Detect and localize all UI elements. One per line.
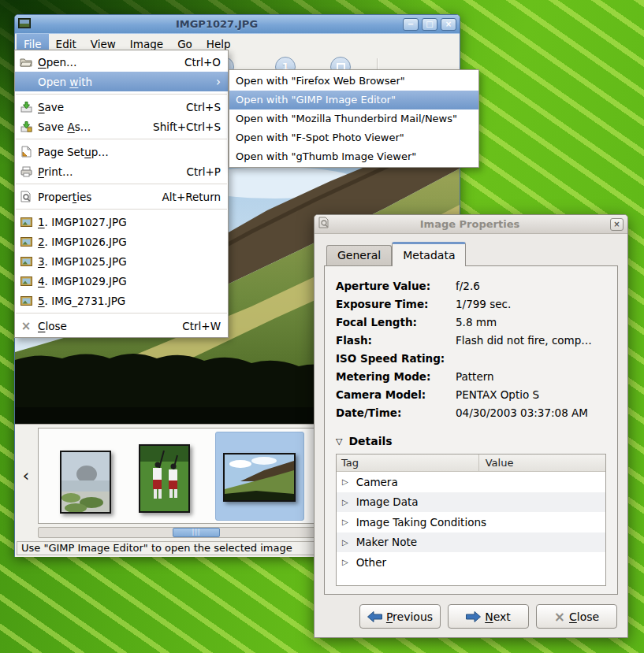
menu-separator <box>16 209 227 210</box>
menu-item-recent-1[interactable]: 1. IMGP1027.JPG <box>15 212 228 232</box>
save-icon <box>19 101 33 113</box>
thumbnail-crags-selected[interactable] <box>223 453 296 502</box>
meta-label: Metering Mode: <box>336 368 456 386</box>
page-setup-icon <box>19 146 33 158</box>
tree-row-other[interactable]: ▷Other <box>337 552 605 573</box>
save-as-icon <box>19 121 33 133</box>
menu-item-save[interactable]: Save Ctrl+S <box>15 97 228 117</box>
expander-open-icon: ▽ <box>336 436 342 447</box>
tab-bar: General Metadata <box>326 242 618 265</box>
thumbnail-bagpipers[interactable] <box>139 444 190 513</box>
menu-item-page-setup[interactable]: Page Setup… <box>15 142 228 161</box>
maximize-button[interactable]: □ <box>422 18 437 31</box>
meta-label: Aperture Value: <box>336 277 456 295</box>
menu-item-open-with[interactable]: Open with › <box>15 72 228 91</box>
column-value[interactable]: Value <box>479 455 605 471</box>
tree-row-image-data[interactable]: ▷Image Data <box>337 492 605 513</box>
metadata-list: Aperture Value:f/2.6 Exposure Time:1/799… <box>336 277 606 422</box>
expander-closed-icon[interactable]: ▷ <box>342 477 348 486</box>
menu-item-recent-2[interactable]: 2. IMGP1026.JPG <box>15 232 228 251</box>
thumbnail-beach[interactable] <box>60 451 111 514</box>
meta-label: Flash: <box>336 332 456 350</box>
expander-closed-icon[interactable]: ▷ <box>342 558 348 566</box>
submenu-item-fspot[interactable]: Open with "F-Spot Photo Viewer" <box>229 128 478 147</box>
next-button[interactable]: Next <box>448 604 529 629</box>
menu-item-recent-3[interactable]: 3. IMGP1025.JPG <box>15 251 228 271</box>
meta-label: Date/Time: <box>336 404 456 422</box>
menu-separator <box>16 94 227 95</box>
expander-closed-icon[interactable]: ▷ <box>342 518 348 526</box>
meta-label: ISO Speed Rating: <box>336 350 456 368</box>
meta-value: 1/799 sec. <box>456 295 606 314</box>
image-file-icon <box>19 255 33 268</box>
tab-general[interactable]: General <box>326 245 392 265</box>
meta-value <box>456 350 606 368</box>
submenu-item-thunderbird[interactable]: Open with "Mozilla Thunderbird Mail/News… <box>229 109 478 128</box>
close-dialog-button[interactable]: × Close <box>536 604 617 629</box>
open-folder-icon <box>19 56 33 69</box>
menu-separator <box>16 184 227 184</box>
expander-closed-icon[interactable]: ▷ <box>342 498 348 506</box>
image-properties-dialog: Image Properties × General Metadata Aper… <box>314 214 628 638</box>
window-title: IMGP1027.JPG <box>34 18 400 30</box>
tree-row-camera[interactable]: ▷Camera <box>337 472 605 492</box>
dialog-close-button[interactable]: × <box>610 218 624 231</box>
image-file-icon <box>19 216 33 228</box>
meta-value: 04/30/2003 03:37:08 AM <box>456 404 606 422</box>
meta-value: Pattern <box>456 368 606 386</box>
meta-value: f/2.6 <box>456 277 606 295</box>
scroll-left-icon[interactable]: ‹ <box>15 425 37 526</box>
open-with-submenu: Open with "Firefox Web Browser" Open wit… <box>229 69 479 168</box>
menu-item-properties[interactable]: Properties Alt+Return <box>15 187 228 206</box>
metadata-panel: Aperture Value:f/2.6 Exposure Time:1/799… <box>324 265 618 595</box>
image-file-icon <box>19 236 33 248</box>
properties-icon <box>19 191 33 203</box>
arrow-right-icon <box>466 611 481 622</box>
image-file-icon <box>19 295 33 307</box>
minimize-button[interactable]: − <box>403 18 419 31</box>
submenu-item-gthumb[interactable]: Open with "gThumb Image Viewer" <box>229 147 478 165</box>
tab-metadata[interactable]: Metadata <box>392 242 466 266</box>
expander-closed-icon[interactable]: ▷ <box>342 538 348 547</box>
column-tag[interactable]: Tag <box>337 455 479 471</box>
thumbnail-selection <box>215 432 304 521</box>
submenu-item-gimp[interactable]: Open with "GIMP Image Editor" <box>229 91 478 109</box>
scrollbar-thumb[interactable]: ||| <box>173 528 220 537</box>
meta-value: 5.8 mm <box>456 314 606 332</box>
menu-item-close[interactable]: × Close Ctrl+W <box>15 316 228 336</box>
app-icon <box>18 17 31 32</box>
menu-separator <box>16 139 227 139</box>
dialog-title: Image Properties <box>333 218 607 230</box>
meta-label: Exposure Time: <box>336 295 456 314</box>
previous-button[interactable]: Previous <box>359 604 441 629</box>
tree-row-image-taking-conditions[interactable]: ▷Image Taking Conditions <box>337 512 605 532</box>
details-tree: Tag Value ▷Camera ▷Image Data ▷Image Tak… <box>336 454 606 586</box>
meta-label: Camera Model: <box>336 386 456 404</box>
menu-item-recent-5[interactable]: 5. IMG_2731.JPG <box>15 291 228 310</box>
meta-value: Flash did not fire, comp… <box>456 332 606 350</box>
menu-separator <box>16 313 227 314</box>
shortcut: Ctrl+O <box>184 56 221 69</box>
meta-value: PENTAX Optio S <box>456 386 606 404</box>
dialog-button-row: Previous Next × Close <box>324 604 618 629</box>
menu-item-print[interactable]: Print… Ctrl+P <box>15 161 228 181</box>
tree-header[interactable]: Tag Value <box>337 455 605 472</box>
printer-icon <box>19 165 33 178</box>
close-x-icon: × <box>19 320 33 332</box>
dialog-titlebar[interactable]: Image Properties × <box>315 215 627 234</box>
meta-label: Focal Length: <box>336 314 456 332</box>
menu-item-open[interactable]: Open… Ctrl+O <box>15 52 228 72</box>
properties-icon <box>318 217 329 232</box>
file-menu: Open… Ctrl+O Open with › Save Ctrl+S Sav… <box>14 50 229 338</box>
image-file-icon <box>19 275 33 288</box>
menu-item-recent-4[interactable]: 4. IMGP1029.JPG <box>15 271 228 291</box>
arrow-left-icon <box>367 611 382 622</box>
tree-row-maker-note[interactable]: ▷Maker Note <box>337 532 605 553</box>
details-expander[interactable]: ▽ Details <box>336 433 606 449</box>
submenu-item-firefox[interactable]: Open with "Firefox Web Browser" <box>229 72 478 91</box>
titlebar[interactable]: IMGP1027.JPG − □ × <box>15 15 460 34</box>
close-x-icon: × <box>554 611 565 622</box>
close-button[interactable]: × <box>441 18 456 31</box>
submenu-arrow-icon: › <box>216 77 221 87</box>
menu-item-save-as[interactable]: Save As… Shift+Ctrl+S <box>15 117 228 136</box>
